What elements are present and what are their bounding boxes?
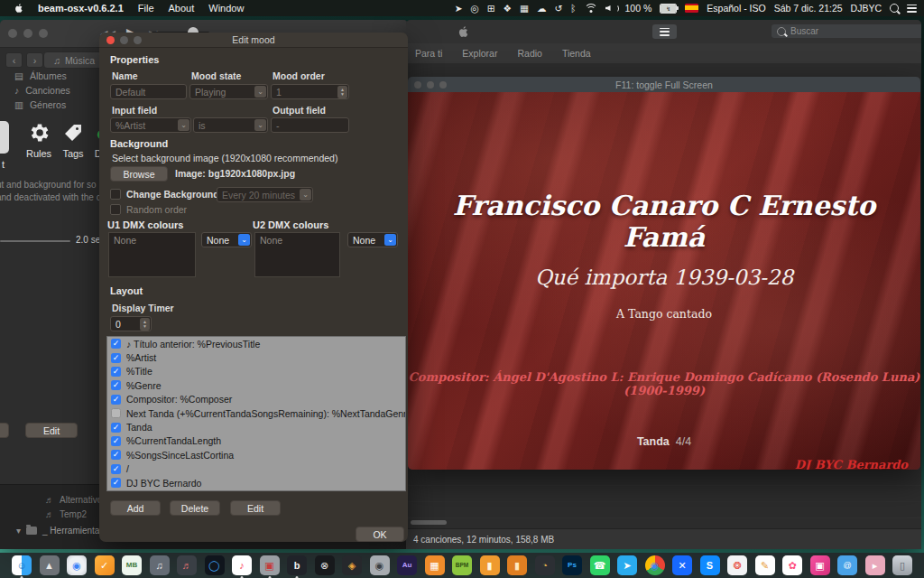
dock-icon-blue-x[interactable]: ✕: [672, 555, 692, 575]
spotlight-search-icon[interactable]: [890, 4, 899, 13]
dock-icon-gear-clock[interactable]: ◔: [535, 555, 555, 575]
dock-icon-folder-at[interactable]: @: [837, 555, 857, 575]
display-timer-stepper[interactable]: 0▲▼: [110, 316, 152, 331]
horizontal-scrollbar[interactable]: [411, 520, 447, 525]
checkbox-icon[interactable]: ✓: [111, 353, 121, 363]
checklist-item[interactable]: ✓ /: [107, 462, 405, 476]
u2-dmx-listbox[interactable]: None: [254, 232, 340, 277]
edit-line-button[interactable]: Edit: [230, 500, 281, 516]
checklist-item[interactable]: ✓ Next Tanda (+%CurrentTandaSongsRemaini…: [107, 406, 405, 420]
dock-icon-speaker-config[interactable]: ◉: [370, 555, 390, 575]
menu-window[interactable]: Window: [208, 3, 244, 14]
translate-icon[interactable]: ⊞: [487, 4, 495, 14]
dock-icon-checkmark-app[interactable]: ✓: [95, 555, 115, 575]
dock-icon-launchpad[interactable]: ▲: [40, 555, 60, 575]
checklist-item[interactable]: ✓ %CurrentTandaLength: [107, 434, 405, 448]
menu-about[interactable]: About: [169, 3, 195, 14]
dock-icon-whatsapp[interactable]: ☎: [590, 555, 610, 575]
checkbox-icon[interactable]: ✓: [111, 395, 121, 405]
menu-file[interactable]: File: [138, 3, 154, 14]
dock-icon-audio-unit[interactable]: ▣: [260, 555, 280, 575]
dock-icon-folder-pink[interactable]: ▸: [865, 555, 885, 575]
parallels-icon[interactable]: ▦: [520, 4, 529, 14]
location-icon[interactable]: ➤: [455, 4, 463, 14]
close-window-button[interactable]: [8, 29, 17, 38]
dock-icon-audition[interactable]: Au: [397, 555, 417, 575]
add-button[interactable]: Add: [110, 500, 161, 516]
tab-selected-partial[interactable]: [0, 121, 9, 154]
checkbox-icon[interactable]: ✓: [111, 478, 121, 488]
spanish-flag-icon[interactable]: [685, 4, 698, 13]
checkbox-icon[interactable]: ✓: [111, 464, 121, 474]
cloud-sync-icon[interactable]: ☁: [537, 4, 547, 14]
sidebar-item-canciones[interactable]: ♪ Canciones: [14, 83, 70, 97]
checkbox-icon[interactable]: ✓: [111, 380, 121, 390]
list-view-button[interactable]: [652, 24, 677, 39]
dock-icon-telegram[interactable]: ➤: [617, 555, 637, 575]
notification-center-icon[interactable]: [907, 5, 917, 13]
dock-icon-photoshop[interactable]: Ps: [562, 555, 582, 575]
dock-icon-chrome[interactable]: ◉: [645, 555, 665, 575]
dock-icon-orange-grid[interactable]: ▦: [425, 555, 445, 575]
dock-icon-picard[interactable]: MB: [122, 555, 142, 575]
dock-icon-trash[interactable]: ▯: [892, 555, 912, 575]
tab-tags[interactable]: Tags: [60, 121, 87, 159]
dock-icon-camera[interactable]: ▣: [810, 555, 830, 575]
input-source-label[interactable]: Español - ISO: [707, 3, 765, 14]
checklist-item[interactable]: ✓ Compositor: %Composer: [107, 393, 405, 406]
tab-explorar[interactable]: Explorar: [462, 48, 497, 59]
fade-slider[interactable]: [0, 240, 70, 242]
dock-icon-finder[interactable]: ☺: [12, 555, 32, 575]
dock-icon-music-tagger[interactable]: ♫: [150, 555, 170, 575]
wifi-icon[interactable]: [585, 4, 597, 14]
battery-icon[interactable]: ↯: [660, 4, 677, 14]
checkbox-icon[interactable]: ✓: [111, 367, 121, 377]
dropbox-icon[interactable]: ❖: [504, 4, 512, 14]
apple-menu-icon[interactable]: [13, 2, 23, 14]
u1-dmx-dropdown[interactable]: None⌄: [201, 232, 252, 247]
stepper-arrows-icon[interactable]: ▲▼: [337, 86, 347, 98]
checklist-item[interactable]: ✓ DJ BYC Bernardo: [107, 476, 405, 489]
output-field[interactable]: -: [271, 117, 349, 133]
dock-icon-beam[interactable]: b: [287, 555, 307, 575]
u1-dmx-listbox[interactable]: None: [108, 232, 196, 277]
disclosure-triangle-icon[interactable]: ▾: [16, 526, 21, 536]
dock-icon-jar-1[interactable]: ▮: [480, 555, 500, 575]
tab-rules[interactable]: Rules: [23, 121, 54, 159]
checklist-item[interactable]: ✓ %Title: [107, 365, 405, 378]
u2-dmx-dropdown[interactable]: None⌄: [347, 232, 398, 247]
checklist-item[interactable]: ✓ ♪ Título anterior: %PreviousTitle: [107, 337, 405, 350]
checklist-item[interactable]: ✓ Tanda: [107, 420, 405, 434]
ok-button[interactable]: OK: [356, 527, 404, 542]
forward-button[interactable]: ›: [26, 52, 43, 68]
checkbox-icon[interactable]: ✓: [111, 339, 121, 349]
change-interval-dropdown[interactable]: Every 20 minutes⌄: [217, 187, 313, 202]
dock-icon-bpm[interactable]: BPM: [452, 555, 472, 575]
minimize-window-button[interactable]: [23, 29, 32, 38]
checklist-item[interactable]: ✓ %Genre: [107, 378, 405, 392]
user-name-label[interactable]: DJBYC: [851, 3, 882, 14]
dock-icon-jar-2[interactable]: ▮: [507, 555, 527, 575]
minimize-dialog-button[interactable]: [120, 36, 128, 44]
dock-icon-shield-app[interactable]: ◈: [342, 555, 362, 575]
time-machine-icon[interactable]: ↺: [554, 4, 562, 14]
operator-dropdown[interactable]: is⌄: [193, 117, 268, 133]
zoom-window-button[interactable]: [39, 29, 48, 38]
menu-bar-clock[interactable]: Sáb 7 dic. 21:25: [774, 3, 843, 14]
back-button[interactable]: ‹: [5, 52, 23, 68]
checkbox-icon[interactable]: ✓: [111, 423, 121, 433]
partial-button[interactable]: e: [0, 423, 9, 438]
dock-icon-color-wheel[interactable]: ❂: [727, 555, 747, 575]
delete-button[interactable]: Delete: [170, 500, 220, 516]
checkbox-icon[interactable]: ✓: [111, 408, 121, 418]
volume-icon[interactable]: [605, 4, 617, 13]
sidebar-item-albumes[interactable]: ▤ Álbumes: [14, 69, 70, 82]
checklist-item[interactable]: ✓ %Artist: [107, 350, 405, 364]
tab-radio[interactable]: Radio: [517, 48, 541, 59]
search-input[interactable]: Buscar: [772, 24, 921, 38]
dock-icon-notes-pencil[interactable]: ✎: [755, 555, 775, 575]
dock-icon-pink-flower[interactable]: ✿: [782, 555, 802, 575]
dock-icon-audio-disc[interactable]: ♬: [177, 555, 197, 575]
tab-para-ti[interactable]: Para ti: [415, 48, 442, 59]
sidebar-item-generos[interactable]: ▥ Géneros: [14, 98, 70, 111]
